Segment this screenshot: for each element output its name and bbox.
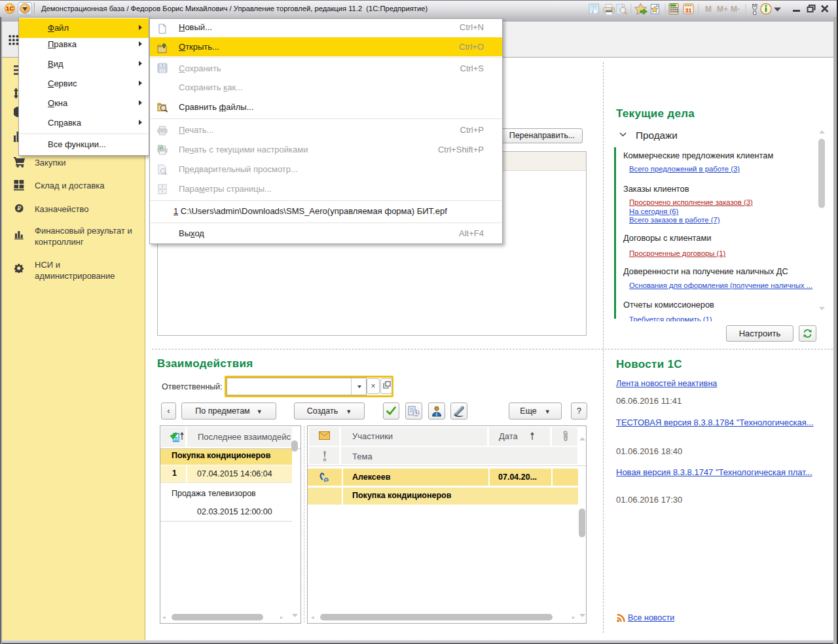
svg-text:M+: M+ — [717, 5, 728, 14]
svg-text:M: M — [705, 5, 712, 14]
svg-text:31: 31 — [685, 7, 691, 14]
svg-text:M-: M- — [731, 5, 740, 14]
